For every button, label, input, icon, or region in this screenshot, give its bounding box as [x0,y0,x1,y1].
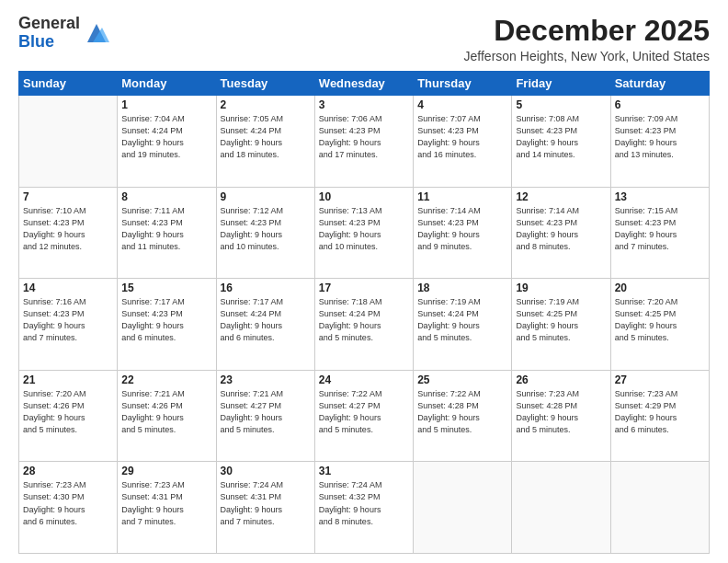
col-thursday: Thursday [414,72,512,96]
day-number: 11 [417,190,507,203]
day-number: 1 [121,98,211,111]
day-number: 12 [516,190,606,203]
logo-blue: Blue [18,32,54,51]
day-number: 23 [221,373,311,386]
day-info: Sunrise: 7:12 AMSunset: 4:23 PMDaylight:… [221,205,311,253]
col-wednesday: Wednesday [314,72,413,96]
table-cell: 24Sunrise: 7:22 AMSunset: 4:27 PMDayligh… [314,370,413,462]
table-cell: 25Sunrise: 7:22 AMSunset: 4:28 PMDayligh… [414,370,512,462]
col-saturday: Saturday [610,72,709,96]
day-number: 25 [417,373,507,386]
logo: General Blue [18,15,109,52]
day-number: 2 [221,98,311,111]
week-row-4: 21Sunrise: 7:20 AMSunset: 4:26 PMDayligh… [19,370,710,462]
table-cell: 3Sunrise: 7:06 AMSunset: 4:23 PMDaylight… [314,96,413,188]
day-number: 3 [319,98,409,111]
table-cell: 30Sunrise: 7:24 AMSunset: 4:31 PMDayligh… [216,462,314,554]
table-cell: 18Sunrise: 7:19 AMSunset: 4:24 PMDayligh… [414,279,512,371]
day-number: 5 [516,98,606,111]
day-number: 26 [516,373,606,386]
day-info: Sunrise: 7:14 AMSunset: 4:23 PMDaylight:… [516,205,606,253]
day-info: Sunrise: 7:23 AMSunset: 4:29 PMDaylight:… [615,388,705,436]
table-cell: 14Sunrise: 7:16 AMSunset: 4:23 PMDayligh… [19,279,118,371]
day-info: Sunrise: 7:14 AMSunset: 4:23 PMDaylight:… [417,205,507,253]
title-block: December 2025 Jefferson Heights, New Yor… [464,15,710,63]
day-info: Sunrise: 7:20 AMSunset: 4:25 PMDaylight:… [615,296,705,344]
day-number: 19 [516,282,606,294]
table-cell: 28Sunrise: 7:23 AMSunset: 4:30 PMDayligh… [19,462,118,554]
day-info: Sunrise: 7:21 AMSunset: 4:27 PMDaylight:… [221,388,311,436]
table-cell: 17Sunrise: 7:18 AMSunset: 4:24 PMDayligh… [314,279,413,371]
col-friday: Friday [512,72,610,96]
day-info: Sunrise: 7:06 AMSunset: 4:23 PMDaylight:… [319,113,409,161]
table-cell: 15Sunrise: 7:17 AMSunset: 4:23 PMDayligh… [118,279,216,371]
day-number: 31 [319,465,409,477]
day-number: 28 [23,465,113,477]
day-info: Sunrise: 7:22 AMSunset: 4:27 PMDaylight:… [319,388,409,436]
day-info: Sunrise: 7:20 AMSunset: 4:26 PMDaylight:… [23,388,113,436]
day-number: 18 [417,282,507,294]
table-cell: 5Sunrise: 7:08 AMSunset: 4:23 PMDaylight… [512,96,610,188]
day-info: Sunrise: 7:24 AMSunset: 4:31 PMDaylight:… [221,479,311,527]
day-number: 16 [221,282,311,294]
table-cell: 1Sunrise: 7:04 AMSunset: 4:24 PMDaylight… [118,96,216,188]
table-cell: 26Sunrise: 7:23 AMSunset: 4:28 PMDayligh… [512,370,610,462]
day-number: 6 [615,98,705,111]
table-cell: 23Sunrise: 7:21 AMSunset: 4:27 PMDayligh… [216,370,314,462]
day-number: 29 [121,465,211,477]
day-info: Sunrise: 7:21 AMSunset: 4:26 PMDaylight:… [121,388,211,436]
day-info: Sunrise: 7:04 AMSunset: 4:24 PMDaylight:… [121,113,211,161]
day-number: 14 [23,282,113,294]
day-info: Sunrise: 7:24 AMSunset: 4:32 PMDaylight:… [319,479,409,527]
day-number: 21 [23,373,113,386]
table-cell: 7Sunrise: 7:10 AMSunset: 4:23 PMDaylight… [19,187,118,279]
day-number: 10 [319,190,409,203]
table-cell: 20Sunrise: 7:20 AMSunset: 4:25 PMDayligh… [610,279,709,371]
day-number: 27 [615,373,705,386]
day-number: 22 [121,373,211,386]
table-cell: 21Sunrise: 7:20 AMSunset: 4:26 PMDayligh… [19,370,118,462]
day-info: Sunrise: 7:19 AMSunset: 4:25 PMDaylight:… [516,296,606,344]
table-cell [512,462,610,554]
day-info: Sunrise: 7:18 AMSunset: 4:24 PMDaylight:… [319,296,409,344]
day-info: Sunrise: 7:23 AMSunset: 4:31 PMDaylight:… [121,479,211,527]
week-row-2: 7Sunrise: 7:10 AMSunset: 4:23 PMDaylight… [19,187,710,279]
day-info: Sunrise: 7:11 AMSunset: 4:23 PMDaylight:… [121,205,211,253]
day-number: 9 [221,190,311,203]
day-info: Sunrise: 7:22 AMSunset: 4:28 PMDaylight:… [417,388,507,436]
day-number: 4 [417,98,507,111]
table-cell: 31Sunrise: 7:24 AMSunset: 4:32 PMDayligh… [314,462,413,554]
calendar-header-row: Sunday Monday Tuesday Wednesday Thursday… [19,72,710,96]
table-cell: 16Sunrise: 7:17 AMSunset: 4:24 PMDayligh… [216,279,314,371]
col-tuesday: Tuesday [216,72,314,96]
table-cell: 10Sunrise: 7:13 AMSunset: 4:23 PMDayligh… [314,187,413,279]
table-cell: 8Sunrise: 7:11 AMSunset: 4:23 PMDaylight… [118,187,216,279]
logo-icon [84,20,109,46]
col-monday: Monday [118,72,216,96]
table-cell: 6Sunrise: 7:09 AMSunset: 4:23 PMDaylight… [610,96,709,188]
week-row-1: 1Sunrise: 7:04 AMSunset: 4:24 PMDaylight… [19,96,710,188]
day-info: Sunrise: 7:16 AMSunset: 4:23 PMDaylight:… [23,296,113,344]
table-cell: 9Sunrise: 7:12 AMSunset: 4:23 PMDaylight… [216,187,314,279]
calendar-table: Sunday Monday Tuesday Wednesday Thursday… [18,71,710,554]
day-info: Sunrise: 7:15 AMSunset: 4:23 PMDaylight:… [615,205,705,253]
day-info: Sunrise: 7:07 AMSunset: 4:23 PMDaylight:… [417,113,507,161]
day-info: Sunrise: 7:10 AMSunset: 4:23 PMDaylight:… [23,205,113,253]
col-sunday: Sunday [19,72,118,96]
table-cell: 11Sunrise: 7:14 AMSunset: 4:23 PMDayligh… [414,187,512,279]
logo-general: General [18,14,80,32]
day-info: Sunrise: 7:08 AMSunset: 4:23 PMDaylight:… [516,113,606,161]
table-cell: 29Sunrise: 7:23 AMSunset: 4:31 PMDayligh… [118,462,216,554]
week-row-5: 28Sunrise: 7:23 AMSunset: 4:30 PMDayligh… [19,462,710,554]
day-info: Sunrise: 7:23 AMSunset: 4:30 PMDaylight:… [23,479,113,527]
location: Jefferson Heights, New York, United Stat… [464,49,710,63]
day-number: 17 [319,282,409,294]
table-cell: 27Sunrise: 7:23 AMSunset: 4:29 PMDayligh… [610,370,709,462]
day-number: 8 [121,190,211,203]
page: General Blue December 2025 Jefferson Hei… [0,0,728,563]
day-info: Sunrise: 7:19 AMSunset: 4:24 PMDaylight:… [417,296,507,344]
day-number: 30 [221,465,311,477]
day-info: Sunrise: 7:13 AMSunset: 4:23 PMDaylight:… [319,205,409,253]
table-cell [414,462,512,554]
table-cell [19,96,118,188]
